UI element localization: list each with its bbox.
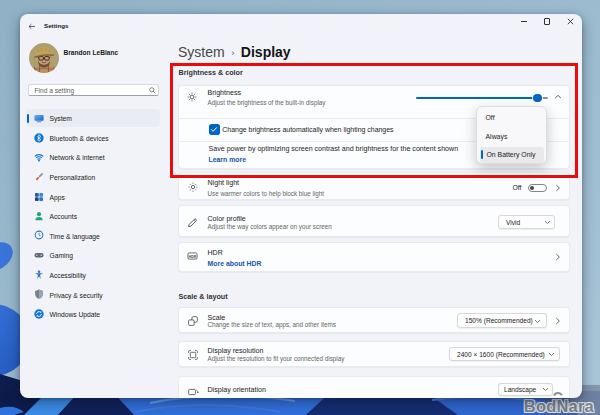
svg-text:HDR: HDR <box>189 255 197 259</box>
